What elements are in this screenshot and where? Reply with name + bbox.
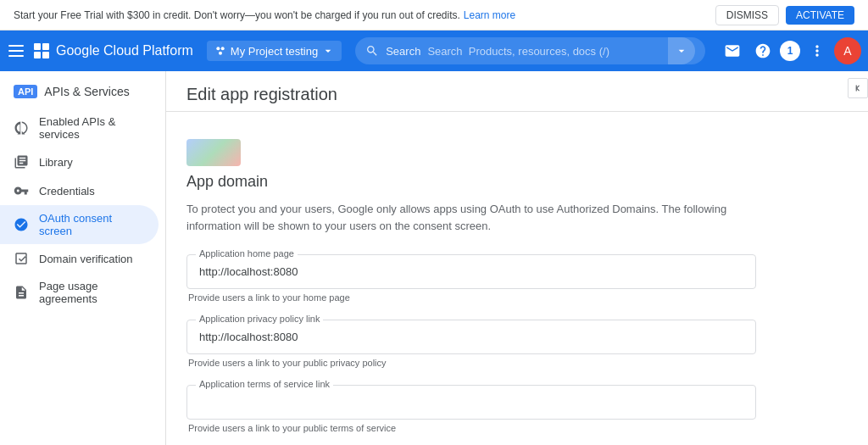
library-icon — [14, 154, 29, 170]
project-label: My Project testing — [231, 45, 318, 58]
menu-icon[interactable] — [7, 41, 27, 61]
sidebar-item-oauth[interactable]: OAuth consent screen — [0, 205, 159, 244]
page-header: Edit app registration — [166, 71, 868, 112]
search-expand-icon — [675, 44, 688, 58]
sidebar-item-credentials[interactable]: Credentials — [0, 176, 159, 205]
collapse-panel-button[interactable] — [848, 78, 868, 98]
privacy-policy-input[interactable] — [187, 320, 755, 353]
privacy-policy-field: Application privacy policy link Provide … — [186, 320, 756, 368]
privacy-policy-label: Application privacy policy link — [196, 314, 323, 324]
sidebar-item-oauth-label: OAuth consent screen — [39, 212, 145, 237]
enabled-apis-icon — [14, 120, 29, 136]
sidebar-item-credentials-label: Credentials — [39, 185, 95, 197]
banner-text: Start your Free Trial with $300 in credi… — [14, 9, 460, 21]
search-bar: Search — [355, 37, 705, 64]
apps-grid-icon[interactable] — [34, 43, 49, 58]
page-usage-icon — [14, 285, 29, 300]
api-badge: API — [14, 85, 37, 98]
sidebar-item-page-usage[interactable]: Page usage agreements — [0, 273, 159, 312]
main-content: Edit app registration App domain To prot… — [166, 71, 868, 445]
sidebar-item-library[interactable]: Library — [0, 147, 159, 176]
app-logo: Google Cloud Platform — [56, 43, 193, 58]
sidebar-item-page-usage-label: Page usage agreements — [39, 280, 145, 305]
svg-point-0 — [216, 47, 220, 50]
oauth-icon — [14, 217, 29, 232]
sidebar-header: API APIs & Services — [0, 78, 165, 108]
header-actions: 1 A — [719, 37, 861, 64]
home-page-wrapper: Application home page — [186, 254, 756, 289]
page-title: Edit app registration — [186, 85, 848, 104]
banner-text-area: Start your Free Trial with $300 in credi… — [14, 9, 515, 21]
privacy-policy-hint: Provide users a link to your public priv… — [186, 358, 756, 368]
svg-point-1 — [221, 47, 225, 50]
learn-more-link[interactable]: Learn more — [464, 9, 515, 21]
home-page-label: Application home page — [196, 248, 298, 259]
notification-count: 1 — [787, 45, 793, 57]
activate-button[interactable]: ACTIVATE — [786, 6, 854, 25]
tos-wrapper: Application terms of service link — [186, 385, 756, 420]
home-page-hint: Provide users a link to your home page — [186, 292, 756, 303]
sidebar-item-enabled-label: Enabled APIs & services — [39, 115, 145, 141]
tos-input[interactable] — [187, 386, 755, 419]
app-body: API APIs & Services Enabled APIs & servi… — [0, 71, 868, 445]
search-input[interactable] — [427, 45, 661, 58]
privacy-policy-wrapper: Application privacy policy link — [186, 320, 756, 354]
search-dropdown-button[interactable] — [668, 37, 695, 64]
email-icon-button[interactable] — [719, 37, 746, 64]
dismiss-button[interactable]: DISMISS — [715, 5, 779, 25]
domain-icon — [14, 251, 29, 266]
top-banner: Start your Free Trial with $300 in credi… — [0, 0, 868, 31]
avatar-initial: A — [843, 44, 851, 58]
tos-hint: Provide users a link to your public term… — [186, 423, 756, 433]
sidebar-item-library-label: Library — [39, 156, 73, 169]
project-icon — [214, 44, 227, 58]
tos-field: Application terms of service link Provid… — [186, 385, 756, 433]
oauth-logo-area — [186, 132, 756, 173]
tos-label: Application terms of service link — [196, 379, 333, 389]
search-label: Search — [386, 45, 420, 58]
home-page-input[interactable] — [187, 255, 755, 288]
more-vert-icon — [809, 42, 826, 59]
app-name: Google Cloud Platform — [56, 43, 193, 58]
home-page-field: Application home page Provide users a li… — [186, 254, 756, 303]
chevron-down-icon — [321, 44, 335, 58]
sidebar-item-domain[interactable]: Domain verification — [0, 244, 159, 273]
content-area: App domain To protect you and your users… — [166, 112, 776, 445]
project-selector[interactable]: My Project testing — [207, 41, 342, 61]
sidebar-item-domain-label: Domain verification — [39, 253, 133, 265]
help-icon-button[interactable] — [749, 37, 776, 64]
email-icon — [724, 42, 741, 59]
user-avatar[interactable]: A — [834, 37, 861, 64]
sidebar: API APIs & Services Enabled APIs & servi… — [0, 71, 166, 445]
sidebar-title: APIs & Services — [44, 85, 129, 98]
collapse-icon — [852, 82, 864, 94]
more-options-button[interactable] — [804, 37, 831, 64]
notification-badge[interactable]: 1 — [780, 41, 800, 61]
banner-actions: DISMISS ACTIVATE — [715, 5, 854, 25]
app-domain-description: To protect you and your users, Google on… — [186, 201, 756, 234]
oauth-logo — [186, 139, 241, 166]
header-nav: Google Cloud Platform My Project testing… — [0, 31, 868, 71]
app-domain-title: App domain — [186, 173, 756, 191]
svg-point-2 — [219, 52, 222, 55]
credentials-icon — [14, 183, 29, 198]
sidebar-item-enabled[interactable]: Enabled APIs & services — [0, 108, 159, 147]
search-icon — [365, 44, 379, 58]
help-circle-icon — [754, 42, 771, 59]
